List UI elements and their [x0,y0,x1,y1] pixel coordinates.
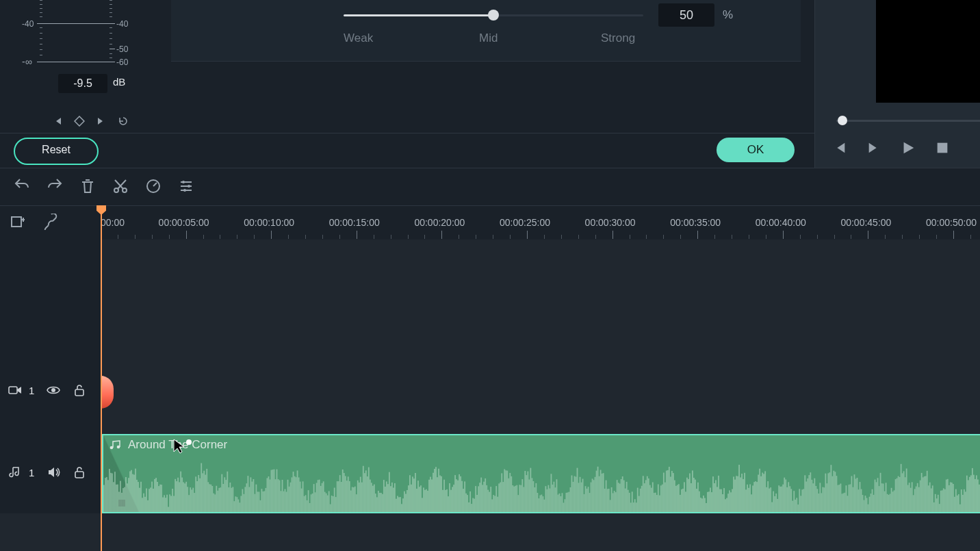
svg-rect-391 [623,480,625,512]
svg-rect-484 [751,494,752,512]
svg-rect-170 [320,486,322,512]
ruler-time-label: 00:00:45:00 [840,217,891,228]
svg-rect-216 [383,480,385,512]
svg-rect-116 [246,483,247,512]
adjust-icon[interactable] [178,178,194,194]
svg-rect-27 [124,487,125,512]
video-track-icon [8,383,22,397]
svg-rect-324 [531,478,532,512]
svg-rect-247 [426,489,427,512]
svg-rect-332 [543,496,544,512]
svg-rect-546 [836,476,838,512]
preview-seek-knob[interactable] [838,116,847,125]
svg-rect-69 [181,478,183,512]
svg-rect-67 [179,482,180,512]
cut-icon[interactable] [112,178,129,194]
svg-rect-50 [155,478,157,512]
lock-icon[interactable] [73,465,86,479]
step-forward-icon[interactable] [866,140,881,155]
stop-icon[interactable] [935,140,950,155]
svg-rect-172 [323,481,324,512]
redo-icon[interactable] [47,178,63,194]
reset-button[interactable]: Reset [14,138,99,165]
empty-track-area[interactable] [101,240,980,350]
svg-rect-524 [805,482,807,513]
svg-rect-186 [342,470,344,512]
svg-rect-505 [779,487,781,512]
add-marker-icon[interactable] [10,214,26,230]
link-icon[interactable] [42,214,59,230]
ruler-time-label: 00:00:35:00 [670,217,721,228]
prev-keyframe-icon[interactable] [52,116,63,127]
ok-button[interactable]: OK [717,138,795,162]
svg-rect-442 [693,478,695,512]
svg-rect-374 [600,470,602,513]
svg-rect-595 [903,471,905,512]
svg-rect-535 [821,493,822,512]
reset-keyframe-icon[interactable] [118,116,129,127]
svg-rect-31 [129,472,131,513]
add-keyframe-icon[interactable] [74,116,85,127]
svg-rect-180 [334,488,335,513]
svg-rect-191 [349,481,350,512]
svg-rect-166 [315,492,316,512]
svg-rect-416 [658,485,659,513]
svg-rect-491 [760,476,762,512]
strength-value-input[interactable]: 50 [658,3,714,27]
svg-rect-559 [854,474,855,512]
step-back-icon[interactable] [832,140,847,155]
svg-rect-154 [298,478,300,513]
db-value-input[interactable]: -9.5 [58,74,107,93]
svg-rect-318 [523,487,524,513]
svg-rect-206 [370,480,371,512]
svg-rect-334 [545,486,547,512]
undo-icon[interactable] [14,178,30,194]
svg-rect-627 [947,479,949,512]
svg-rect-15 [107,480,109,512]
svg-rect-123 [256,485,257,512]
svg-rect-64 [175,479,176,512]
svg-rect-71 [184,483,185,512]
svg-rect-393 [626,482,628,512]
svg-rect-481 [747,485,748,512]
svg-rect-545 [834,472,836,512]
timeline-ruler[interactable]: 00:0000:00:05:0000:00:10:0000:00:15:0000… [101,215,980,239]
svg-rect-273 [461,481,463,512]
svg-rect-54 [161,485,162,512]
svg-rect-549 [840,484,842,513]
preview-seek-slider[interactable] [836,120,980,122]
svg-rect-362 [584,494,585,512]
svg-rect-597 [906,469,907,513]
svg-rect-501 [774,496,775,512]
edit-toolbar [14,178,194,194]
svg-rect-269 [456,479,457,512]
ruler-time-label: 00:00:40:00 [756,217,806,228]
svg-rect-236 [411,485,412,512]
delete-icon[interactable] [79,178,96,194]
play-icon[interactable] [901,140,916,155]
svg-rect-623 [942,490,943,512]
strength-slider[interactable] [344,14,643,16]
svg-rect-475 [738,465,740,512]
playhead-handle[interactable] [96,205,106,215]
video-track-lane[interactable] [101,350,980,433]
strength-slider-knob[interactable] [488,10,499,21]
svg-rect-412 [652,483,654,513]
svg-rect-93 [214,494,216,512]
svg-rect-394 [628,490,629,512]
speed-icon[interactable] [145,178,162,194]
db-unit-label: dB [113,76,125,88]
bottom-track-area[interactable] [0,513,980,551]
next-keyframe-icon[interactable] [96,116,107,127]
lock-icon[interactable] [73,383,86,397]
svg-rect-322 [528,480,530,513]
eye-icon[interactable] [47,383,60,397]
audio-clip[interactable]: Around The Corner [102,434,980,513]
svg-rect-415 [656,495,658,512]
svg-rect-390 [622,476,623,512]
svg-rect-594 [902,473,903,512]
speaker-icon[interactable] [47,465,60,479]
svg-rect-630 [951,483,953,512]
playhead[interactable] [101,205,102,551]
svg-rect-151 [294,476,296,512]
